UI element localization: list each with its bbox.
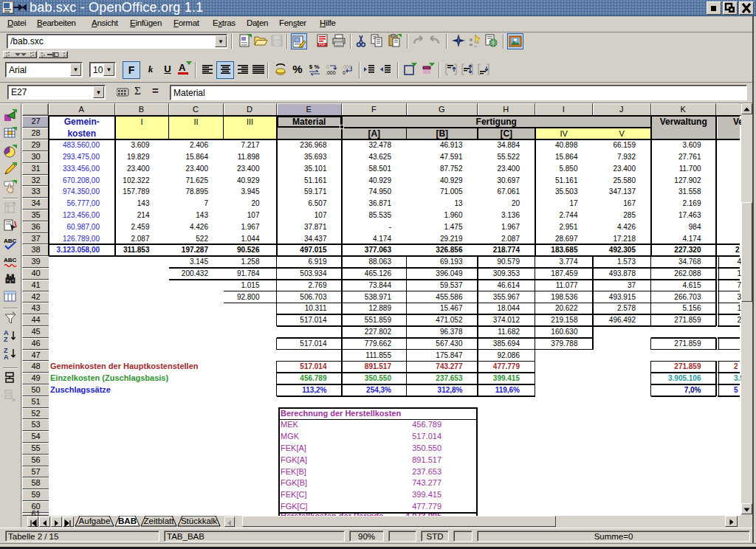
svg-text:Z: Z bbox=[4, 336, 8, 343]
svg-text:%: % bbox=[314, 63, 319, 70]
svg-text:A: A bbox=[4, 353, 9, 361]
svg-text:%: % bbox=[292, 63, 302, 75]
svg-text:0: 0 bbox=[343, 70, 346, 75]
svg-text:PDF: PDF bbox=[319, 43, 326, 46]
svg-text:.000: .000 bbox=[326, 70, 336, 75]
svg-text:.000: .000 bbox=[342, 64, 352, 69]
svg-text:$: $ bbox=[309, 63, 313, 70]
svg-text:0: 0 bbox=[326, 64, 329, 69]
svg-text:ABC: ABC bbox=[4, 257, 17, 263]
